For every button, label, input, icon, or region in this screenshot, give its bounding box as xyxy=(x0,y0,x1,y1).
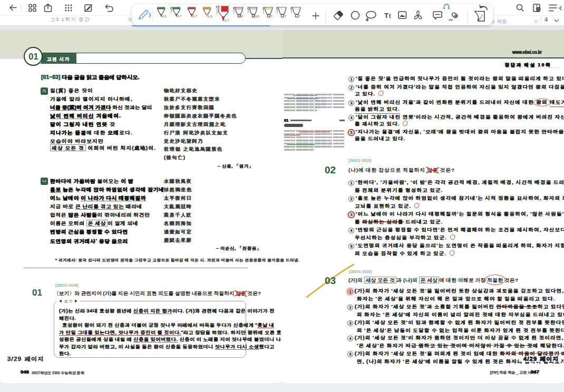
svg-text:0.7: 0.7 xyxy=(177,14,182,18)
svg-text:T: T xyxy=(384,12,388,19)
svg-text:0.5: 0.5 xyxy=(162,14,167,18)
svg-text:7: 7 xyxy=(271,14,273,18)
svg-text:0.7: 0.7 xyxy=(225,18,229,22)
svg-text:1.0: 1.0 xyxy=(208,14,212,18)
svg-text:10: 10 xyxy=(256,14,259,18)
svg-text:7: 7 xyxy=(285,14,287,18)
svg-text:5: 5 xyxy=(241,14,244,18)
svg-text:t: t xyxy=(389,13,391,19)
svg-text:7: 7 xyxy=(299,14,301,18)
svg-text:0.7: 0.7 xyxy=(192,14,197,18)
